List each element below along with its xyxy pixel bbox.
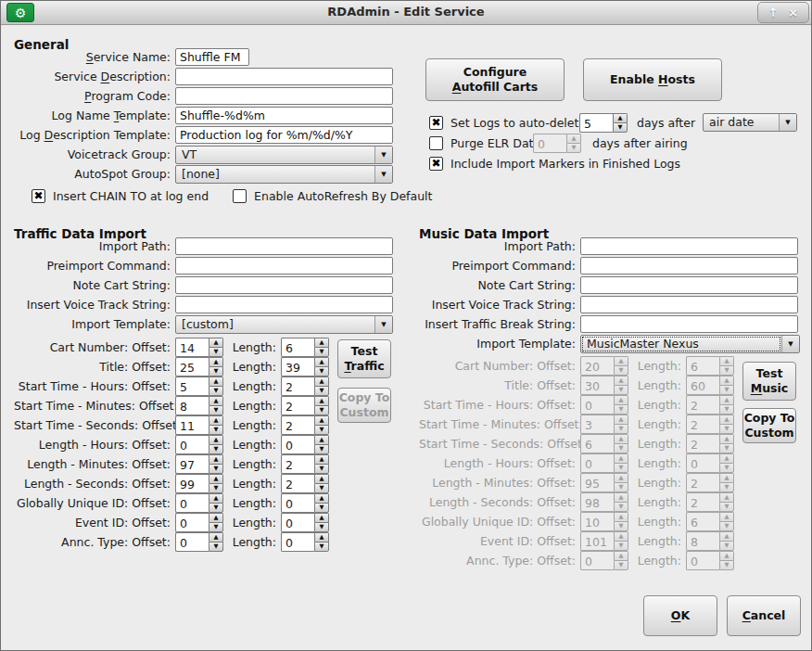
start-time-minutes-length-spinbox-up-button[interactable]: ▲ (314, 396, 329, 405)
annc-type-offset-spinbox-up-button[interactable]: ▲ (209, 532, 223, 542)
start-time-minutes-offset-spinbox-value[interactable]: 8 (175, 396, 209, 415)
note-cart-string-input[interactable] (175, 276, 393, 294)
length-minutes-offset-spinbox-value[interactable]: 97 (175, 454, 209, 474)
length-hours-offset-spinbox-value[interactable]: 0 (175, 435, 209, 454)
preimport-command-input[interactable] (175, 257, 393, 274)
event-id-length-spinbox-up-button[interactable]: ▲ (314, 513, 329, 522)
length-seconds-length-spinbox-value[interactable]: 2 (281, 474, 314, 493)
test-traffic-button[interactable]: Test Traffic (337, 339, 391, 378)
cart-number-offset-spinbox-value[interactable]: 14 (175, 338, 209, 357)
traffic-import-template-combobox[interactable]: [custom]▼ (175, 315, 393, 334)
autospot-group-combobox[interactable]: [none]▼ (175, 165, 393, 184)
length-hours-length-spinbox-down-button[interactable]: ▼ (314, 444, 329, 454)
titlebar[interactable]: ⚙ RDAdmin - Edit Service ↑ × (1, 1, 811, 25)
configure-autofill-carts-button[interactable]: Configure Autofill Carts (425, 58, 565, 101)
start-time-hours-length-spinbox-down-button[interactable]: ▼ (314, 386, 329, 396)
note-cart-string-input[interactable] (580, 276, 798, 294)
log-description-template-input[interactable] (175, 126, 393, 144)
service-name-input[interactable] (175, 48, 249, 66)
start-time-minutes-offset-spinbox-down-button[interactable]: ▼ (209, 405, 223, 415)
length-seconds-offset-spinbox-down-button[interactable]: ▼ (209, 483, 223, 493)
shade-window-icon[interactable]: ↑ (768, 6, 779, 19)
start-time-seconds-length-spinbox-down-button[interactable]: ▼ (314, 425, 329, 435)
length-minutes-offset-spinbox-up-button[interactable]: ▲ (209, 454, 223, 464)
length-seconds-length-spinbox-up-button[interactable]: ▲ (314, 474, 329, 483)
auto-delete-event-combobox-arrow-button[interactable]: ▼ (779, 114, 796, 131)
globally-unique-id-length-spinbox-up-button[interactable]: ▲ (314, 493, 329, 503)
length-minutes-offset-spinbox-down-button[interactable]: ▼ (209, 464, 223, 474)
start-time-minutes-length-spinbox-down-button[interactable]: ▼ (314, 405, 329, 415)
auto-delete-days-spinbox-up-button[interactable]: ▲ (613, 113, 628, 122)
length-seconds-length-spinbox-down-button[interactable]: ▼ (314, 483, 329, 493)
ok-button[interactable]: OK (643, 595, 717, 636)
length-hours-offset-spinbox-up-button[interactable]: ▲ (209, 435, 223, 444)
length-minutes-length-spinbox-up-button[interactable]: ▲ (314, 454, 329, 464)
annc-type-offset-spinbox-value[interactable]: 0 (175, 532, 209, 552)
purge-elr-data-checkbox[interactable] (429, 136, 443, 150)
start-time-hours-length-spinbox-up-button[interactable]: ▲ (314, 377, 329, 386)
title-length-spinbox-value[interactable]: 39 (281, 357, 314, 377)
title-offset-spinbox-down-button[interactable]: ▼ (209, 366, 223, 377)
length-hours-offset-spinbox-down-button[interactable]: ▼ (209, 444, 223, 454)
event-id-length-spinbox-down-button[interactable]: ▼ (314, 522, 329, 532)
globally-unique-id-offset-spinbox-down-button[interactable]: ▼ (209, 503, 223, 513)
cart-number-length-spinbox-value[interactable]: 6 (281, 338, 314, 357)
title-offset-spinbox-value[interactable]: 25 (175, 357, 209, 377)
insert-chain-to-at-log-end-checkbox[interactable]: ✖ (32, 189, 45, 203)
start-time-minutes-length-spinbox-value[interactable]: 2 (281, 396, 314, 415)
globally-unique-id-offset-spinbox-value[interactable]: 0 (175, 493, 209, 513)
globally-unique-id-length-spinbox-down-button[interactable]: ▼ (314, 503, 329, 513)
voicetrack-group-combobox[interactable]: VT▼ (175, 146, 393, 164)
import-path-input[interactable] (580, 237, 798, 255)
start-time-seconds-offset-spinbox-value[interactable]: 11 (175, 415, 209, 435)
include-import-markers-checkbox[interactable]: ✖ (429, 157, 443, 171)
globally-unique-id-length-spinbox-value[interactable]: 0 (281, 493, 314, 513)
enable-autorefresh-by-default-checkbox[interactable] (233, 189, 247, 203)
annc-type-length-spinbox-down-button[interactable]: ▼ (314, 542, 329, 552)
length-seconds-offset-spinbox-value[interactable]: 99 (175, 474, 209, 493)
event-id-offset-spinbox-up-button[interactable]: ▲ (209, 513, 223, 522)
title-offset-spinbox-up-button[interactable]: ▲ (209, 357, 223, 366)
voicetrack-group-combobox-arrow-button[interactable]: ▼ (374, 147, 392, 163)
start-time-seconds-length-spinbox-up-button[interactable]: ▲ (314, 415, 329, 425)
enable-hosts-button[interactable]: Enable Hosts (583, 58, 722, 101)
start-time-hours-offset-spinbox-value[interactable]: 5 (175, 377, 209, 396)
service-description-input[interactable] (175, 68, 393, 85)
log-name-template-input[interactable] (175, 107, 393, 124)
autospot-group-combobox-arrow-button[interactable]: ▼ (374, 166, 392, 183)
start-time-hours-offset-spinbox-up-button[interactable]: ▲ (209, 377, 223, 386)
start-time-seconds-offset-spinbox-down-button[interactable]: ▼ (209, 425, 223, 435)
insert-voice-track-string-input[interactable] (580, 296, 798, 313)
start-time-hours-length-spinbox-value[interactable]: 2 (281, 377, 314, 396)
traffic-import-template-combobox-arrow-button[interactable]: ▼ (374, 316, 392, 333)
program-code-input[interactable] (175, 87, 393, 105)
event-id-offset-spinbox-value[interactable]: 0 (175, 513, 209, 532)
insert-traffic-break-string-input[interactable] (580, 315, 798, 333)
insert-voice-track-string-input[interactable] (175, 296, 393, 313)
music-import-template-combobox-arrow-button[interactable]: ▼ (781, 336, 799, 352)
test-music-button[interactable]: Test Music (742, 362, 796, 401)
start-time-seconds-offset-spinbox-up-button[interactable]: ▲ (209, 415, 223, 425)
cancel-button[interactable]: Cancel (727, 595, 801, 636)
title-length-spinbox-up-button[interactable]: ▲ (314, 357, 329, 366)
set-logs-auto-delete-checkbox[interactable]: ✖ (429, 116, 443, 130)
length-seconds-offset-spinbox-up-button[interactable]: ▲ (209, 474, 223, 483)
auto-delete-days-spinbox-value[interactable]: 5 (579, 113, 613, 133)
auto-delete-days-spinbox-down-button[interactable]: ▼ (613, 122, 628, 133)
annc-type-offset-spinbox-down-button[interactable]: ▼ (209, 542, 223, 552)
import-path-input[interactable] (175, 237, 393, 255)
start-time-minutes-offset-spinbox-up-button[interactable]: ▲ (209, 396, 223, 405)
cart-number-offset-spinbox-down-button[interactable]: ▼ (209, 347, 223, 357)
cart-number-length-spinbox-up-button[interactable]: ▲ (314, 338, 329, 347)
music-copy-to-custom-button[interactable]: Copy To Custom (742, 408, 796, 443)
annc-type-length-spinbox-value[interactable]: 0 (281, 532, 314, 552)
length-hours-length-spinbox-value[interactable]: 0 (281, 435, 314, 454)
cart-number-length-spinbox-down-button[interactable]: ▼ (314, 347, 329, 357)
length-hours-length-spinbox-up-button[interactable]: ▲ (314, 435, 329, 444)
annc-type-length-spinbox-up-button[interactable]: ▲ (314, 532, 329, 542)
close-window-icon[interactable]: × (788, 6, 798, 19)
auto-delete-event-combobox[interactable]: air date▼ (703, 113, 797, 132)
start-time-hours-offset-spinbox-down-button[interactable]: ▼ (209, 386, 223, 396)
title-length-spinbox-down-button[interactable]: ▼ (314, 366, 329, 377)
length-minutes-length-spinbox-down-button[interactable]: ▼ (314, 464, 329, 474)
